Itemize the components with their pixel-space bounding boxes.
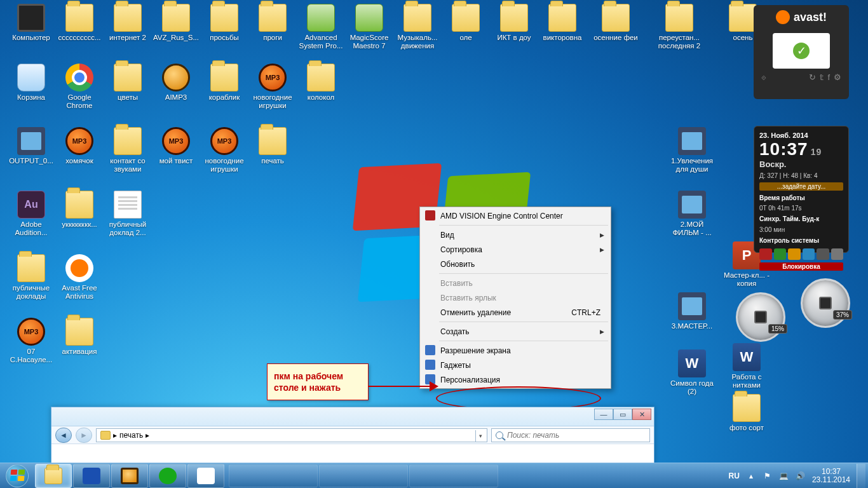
context-menu-item[interactable]: Отменить удалениеCTRL+Z	[421, 305, 609, 320]
menu-item-label: Вид	[440, 231, 454, 240]
context-menu-item[interactable]: Разрешение экрана	[421, 343, 609, 358]
taskbar-aimp[interactable]	[111, 464, 148, 488]
desktop-icon[interactable]: 2.МОЙ ФИЛЬМ - ...	[667, 191, 717, 237]
desktop-icon[interactable]: Advanced System Pro...	[296, 4, 346, 50]
desktop-icon[interactable]: кораблик	[200, 64, 249, 102]
cpu-meter-gadget[interactable]: 15%	[736, 292, 785, 342]
clock-gadget[interactable]: 23. Нояб. 2014 10:3719 Воскр. Д: 327 | Н…	[754, 126, 849, 253]
desktop-icon[interactable]: MagicScore Maestro 7	[344, 4, 394, 50]
context-menu-item[interactable]: Вид▶	[421, 227, 609, 242]
explorer-titlebar[interactable]: — ▭ ✕	[51, 407, 654, 426]
desktop-icon[interactable]: публичные доклады	[6, 254, 56, 301]
desktop-icon[interactable]: интернет 2	[103, 4, 153, 42]
folder-icon	[100, 431, 111, 440]
desktop-icon[interactable]: Avast Free Antivirus	[55, 254, 104, 301]
context-menu-item[interactable]: Обновить	[421, 257, 609, 271]
desktop-icon[interactable]: ИКТ в доу	[489, 4, 539, 42]
desktop-icon[interactable]: активация	[55, 318, 104, 356]
desktop-icon[interactable]: цветы	[103, 64, 153, 102]
refresh-icon[interactable]: ↻	[809, 72, 816, 82]
gadget-lock[interactable]: Блокировка	[759, 262, 843, 271]
desktop-icon[interactable]: Корзина	[6, 64, 56, 102]
desktop-icon[interactable]: AVZ_Rus_S...	[151, 4, 201, 42]
desktop-icon[interactable]: фото сорт	[722, 394, 771, 432]
folder-icon	[65, 191, 93, 219]
desktop-icon[interactable]: AuAdobe Audition...	[6, 191, 56, 237]
breadcrumb[interactable]: ▸ печать ▸ ▾	[96, 428, 487, 442]
settings-icon[interactable]: ⚙	[834, 72, 841, 82]
tray-network-icon[interactable]: 💻	[779, 471, 789, 481]
desktop-icon[interactable]: просьбы	[200, 4, 249, 42]
tray-action-center-icon[interactable]: ⚑	[763, 471, 773, 481]
desktop-context-menu[interactable]: AMD VISION Engine Control CenterВид▶Сорт…	[419, 207, 611, 389]
nav-back-button[interactable]: ◄	[55, 428, 72, 443]
taskbar-window-item[interactable]	[319, 464, 408, 487]
language-indicator[interactable]: RU	[729, 471, 740, 480]
desktop-icon[interactable]: MP307 С.Насауле...	[6, 318, 56, 364]
taskbar-window-item[interactable]	[409, 464, 498, 487]
submenu-arrow-icon: ▶	[600, 232, 604, 238]
tray-chevron-icon[interactable]: ▴	[746, 471, 756, 481]
context-menu-item[interactable]: Гаджеты	[421, 358, 609, 372]
desktop-icon-label: викторовна	[538, 34, 587, 42]
close-button[interactable]: ✕	[632, 409, 651, 420]
desktop-icon[interactable]: колокол	[296, 64, 346, 102]
minimize-button[interactable]: —	[594, 409, 613, 420]
desktop-icon[interactable]: 1.Увлечения для души	[667, 127, 717, 173]
desktop-icon[interactable]: MP3мой твист	[151, 127, 201, 165]
desktop-icon[interactable]: MP3новогодние игрушки	[200, 127, 249, 173]
tray-volume-icon[interactable]: 🔊	[796, 471, 806, 481]
desktop-icon[interactable]: Компьютер	[6, 4, 56, 42]
nav-forward-button[interactable]: ►	[76, 428, 92, 443]
desktop-icon[interactable]: укккккккк...	[55, 191, 104, 229]
generic-icon	[307, 4, 335, 32]
facebook-icon[interactable]: f	[827, 72, 830, 82]
desktop-icon[interactable]: WРабота с нитками	[722, 343, 771, 390]
desktop-icon[interactable]: Музыкаль... движения	[393, 4, 442, 50]
context-menu-item[interactable]: Создать▶	[421, 324, 609, 339]
avast-gadget[interactable]: avast! ✓ ⟐ ↻ 𝕥 f ⚙	[754, 5, 849, 99]
desktop-icon[interactable]: контакт со звуками	[103, 127, 153, 173]
taskbar-window-item[interactable]	[229, 464, 318, 487]
desktop-icon[interactable]: переустан... последняя 2	[654, 4, 704, 50]
maximize-button[interactable]: ▭	[613, 409, 632, 420]
ram-meter-gadget[interactable]: 37%	[801, 278, 850, 328]
desktop-icon[interactable]: сссссссссс...	[55, 4, 104, 42]
desktop-icon-label: интернет 2	[103, 34, 153, 42]
desktop-icon[interactable]: MP3новогодние игрушки	[248, 64, 297, 110]
video-icon	[678, 191, 706, 219]
desktop-icon[interactable]: OUTPUT_0...	[6, 127, 56, 165]
desktop-icon[interactable]: AIMP3	[151, 64, 201, 102]
monitor-icon	[17, 4, 45, 32]
desktop-icon[interactable]: WСимвол года (2)	[667, 349, 717, 396]
folder-icon	[114, 64, 142, 92]
desktop-icon[interactable]: викторовна	[538, 4, 587, 42]
taskbar-mailru[interactable]	[149, 464, 186, 488]
desktop-icon[interactable]: Google Chrome	[55, 64, 104, 110]
twitter-icon[interactable]: 𝕥	[820, 72, 824, 82]
tray-clock[interactable]: 10:37 23.11.2014	[812, 468, 850, 484]
taskbar-app[interactable]	[187, 464, 224, 488]
desktop-icon[interactable]: оле	[441, 4, 491, 42]
explorer-search-input[interactable]: Поиск: печать	[491, 428, 650, 442]
breadcrumb-dropdown[interactable]: ▾	[475, 430, 485, 442]
desktop-icon-label: 07 С.Насауле...	[6, 348, 56, 364]
taskbar[interactable]: RU ▴ ⚑ 💻 🔊 10:37 23.11.2014	[0, 463, 868, 488]
desktop-icon-label: Работа с нитками	[722, 373, 771, 390]
start-button[interactable]	[0, 463, 34, 489]
taskbar-maxthon[interactable]	[73, 464, 110, 488]
desktop-icon[interactable]: публичный доклад 2...	[103, 191, 153, 237]
context-menu-item[interactable]: Персонализация	[421, 372, 609, 387]
explorer-window[interactable]: — ▭ ✕ ◄ ► ▸ печать ▸ ▾ Поиск: печать	[51, 407, 654, 464]
folder-icon	[548, 4, 576, 32]
gadget-handle-icon[interactable]: ⟐	[761, 72, 766, 82]
show-desktop-button[interactable]	[857, 464, 865, 488]
desktop-icon[interactable]: 3.МАСТЕР...	[667, 292, 717, 330]
desktop-icon[interactable]: проги	[248, 4, 297, 42]
desktop-icon[interactable]: осенние феи	[591, 4, 641, 42]
desktop-icon[interactable]: MP3хомячок	[55, 127, 104, 165]
context-menu-item[interactable]: Сортировка▶	[421, 242, 609, 257]
desktop-icon[interactable]: печать	[248, 127, 297, 165]
context-menu-item[interactable]: AMD VISION Engine Control Center	[421, 208, 609, 223]
taskbar-explorer[interactable]	[35, 464, 72, 488]
